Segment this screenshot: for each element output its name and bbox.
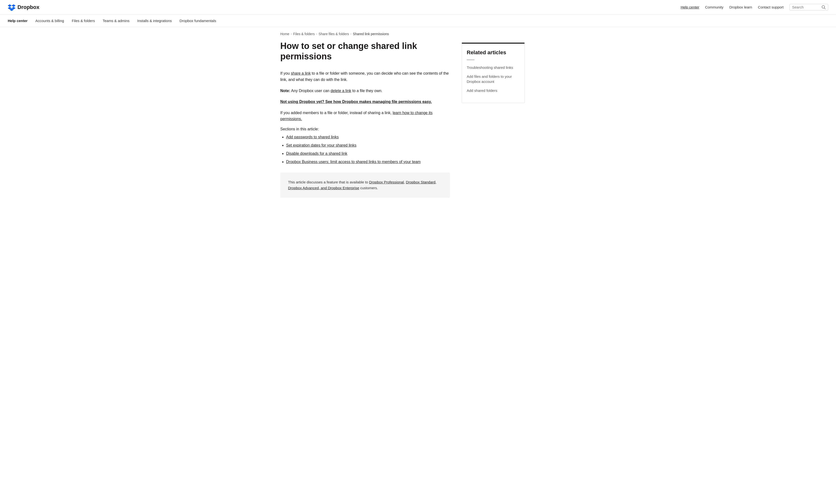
secondary-nav-installs[interactable]: Installs & integrations: [137, 19, 172, 23]
article-members: If you added members to a file or folder…: [280, 110, 450, 122]
share-a-link-link[interactable]: share a link: [291, 71, 311, 75]
promo-link[interactable]: Not using Dropbox yet? See how Dropbox m…: [280, 99, 432, 105]
main-content: How to set or change shared link permiss…: [272, 41, 564, 212]
dropbox-logo-icon: [8, 3, 16, 11]
top-navigation: Dropbox Help center Community Dropbox le…: [0, 0, 836, 15]
top-nav-links: Help center Community Dropbox learn Cont…: [681, 4, 828, 11]
article-note: Note: Any Dropbox user can delete a link…: [280, 88, 450, 94]
breadcrumb-share-files[interactable]: Share files & folders: [319, 32, 349, 36]
nav-help-center[interactable]: Help center: [681, 5, 699, 9]
logo-text: Dropbox: [17, 4, 39, 11]
secondary-nav-accounts[interactable]: Accounts & billing: [35, 19, 64, 23]
list-item: Disable downloads for a shared link: [286, 151, 450, 157]
related-link-3[interactable]: Add shared folders: [467, 88, 519, 93]
related-articles-card: Related articles Troubleshooting shared …: [462, 43, 525, 103]
related-articles-title: Related articles: [467, 50, 519, 56]
related-link-1[interactable]: Troubleshooting shared links: [467, 65, 519, 70]
secondary-nav-fundamentals[interactable]: Dropbox fundamentals: [180, 19, 216, 23]
article-promo: Not using Dropbox yet? See how Dropbox m…: [280, 99, 450, 105]
list-link-expiration[interactable]: Set expiration dates for your shared lin…: [286, 143, 356, 147]
secondary-nav-teams[interactable]: Teams & admins: [102, 19, 130, 23]
breadcrumb-current: Shared link permissions: [353, 32, 389, 36]
breadcrumb-bar: Home › Files & folders › Share files & f…: [272, 27, 564, 41]
list-item: Add passwords to shared links: [286, 134, 450, 140]
logo-link[interactable]: Dropbox: [8, 3, 39, 11]
nav-dropbox-learn[interactable]: Dropbox learn: [729, 5, 752, 9]
breadcrumb-sep-1: ›: [291, 32, 292, 36]
delete-a-link-link[interactable]: delete a link: [330, 89, 351, 93]
breadcrumb-files-folders[interactable]: Files & folders: [293, 32, 315, 36]
callout-link-professional[interactable]: Dropbox Professional: [369, 180, 404, 184]
related-link-2[interactable]: Add files and folders to your Dropbox ac…: [467, 74, 519, 84]
article-intro-1: If you share a link to a file or folder …: [280, 70, 450, 83]
nav-community[interactable]: Community: [705, 5, 723, 9]
breadcrumb-sep-3: ›: [350, 32, 351, 36]
svg-line-1: [824, 8, 825, 9]
search-icon: [822, 5, 825, 9]
breadcrumb-home[interactable]: Home: [280, 32, 289, 36]
callout-box: This article discusses a feature that is…: [280, 173, 450, 198]
list-item: Dropbox Business users: limit access to …: [286, 159, 450, 165]
secondary-nav-files[interactable]: Files & folders: [72, 19, 95, 23]
search-input[interactable]: [792, 5, 820, 9]
related-divider: [467, 60, 475, 60]
article-title: How to set or change shared link permiss…: [280, 41, 450, 61]
secondary-nav-help-center[interactable]: Help center: [8, 19, 27, 23]
sidebar: Related articles Troubleshooting shared …: [462, 41, 525, 198]
list-link-business[interactable]: Dropbox Business users: limit access to …: [286, 160, 421, 164]
sections-list: Add passwords to shared links Set expira…: [280, 134, 450, 165]
list-link-downloads[interactable]: Disable downloads for a shared link: [286, 152, 347, 156]
secondary-navigation: Help center Accounts & billing Files & f…: [0, 15, 836, 27]
list-item: Set expiration dates for your shared lin…: [286, 142, 450, 148]
breadcrumb-sep-2: ›: [316, 32, 317, 36]
sections-label: Sections in this article:: [280, 127, 450, 131]
list-link-passwords[interactable]: Add passwords to shared links: [286, 135, 339, 139]
nav-contact-support[interactable]: Contact support: [758, 5, 784, 9]
breadcrumb: Home › Files & folders › Share files & f…: [280, 32, 556, 36]
article-body: How to set or change shared link permiss…: [280, 41, 450, 198]
search-box[interactable]: [790, 4, 828, 11]
